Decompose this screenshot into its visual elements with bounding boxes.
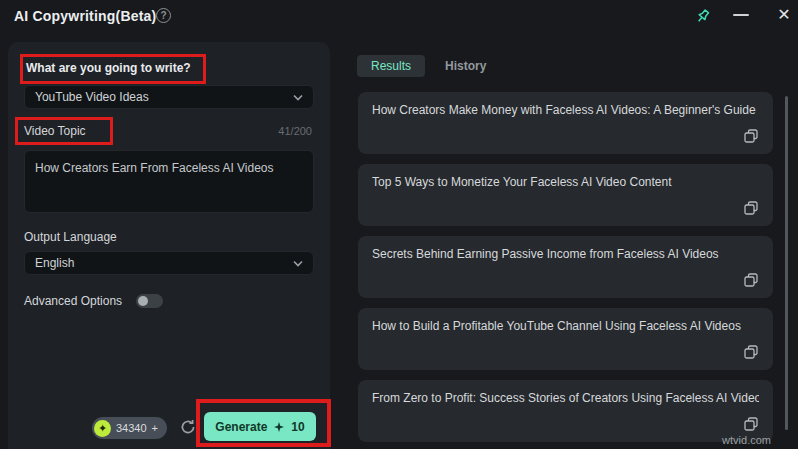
copy-icon[interactable] [743, 128, 759, 144]
result-card[interactable]: Top 5 Ways to Monetize Your Faceless AI … [358, 164, 773, 226]
credits-badge[interactable]: ✦ 34340 + [92, 417, 167, 439]
language-label: Output Language [24, 230, 117, 244]
results-list: How Creators Make Money with Faceless AI… [358, 92, 773, 449]
ai-copywriting-window: AI Copywriting(Beta) ? ✕ What are you go… [0, 0, 798, 449]
chevron-down-icon [293, 260, 303, 267]
pin-icon[interactable] [694, 7, 712, 25]
copy-icon[interactable] [743, 272, 759, 288]
topic-counter: 41/200 [278, 125, 312, 137]
coin-icon: ✦ [94, 420, 111, 437]
window-title: AI Copywriting(Beta) [14, 8, 156, 24]
credits-value: 34340 [116, 422, 147, 434]
copy-icon[interactable] [743, 200, 759, 216]
close-icon[interactable]: ✕ [773, 4, 795, 26]
add-credits-plus[interactable]: + [152, 422, 158, 434]
results-tabs: Results History [357, 55, 488, 77]
result-title: How to Build a Profitable YouTube Channe… [372, 319, 759, 333]
topic-label: Video Topic [24, 124, 86, 138]
copy-icon[interactable] [743, 416, 759, 432]
write-type-dropdown[interactable]: YouTube Video Ideas [24, 85, 314, 109]
result-card[interactable]: Secrets Behind Earning Passive Income fr… [358, 236, 773, 298]
results-scrollbar[interactable] [785, 96, 788, 430]
result-card[interactable]: How Creators Make Money with Faceless AI… [358, 92, 773, 154]
advanced-options-toggle[interactable] [136, 294, 163, 308]
generate-cost: 10 [291, 420, 304, 434]
result-title: From Zero to Profit: Success Stories of … [372, 391, 759, 405]
minimize-icon[interactable] [733, 14, 749, 16]
language-value: English [35, 256, 74, 270]
generate-button[interactable]: Generate 10 [204, 412, 316, 441]
write-type-value: YouTube Video Ideas [35, 90, 149, 104]
result-title: Top 5 Ways to Monetize Your Faceless AI … [372, 175, 759, 189]
result-card[interactable]: From Zero to Profit: Success Stories of … [358, 380, 773, 442]
copy-icon[interactable] [743, 344, 759, 360]
topic-input[interactable]: How Creators Earn From Faceless AI Video… [24, 150, 314, 213]
sparkle-icon [273, 421, 285, 433]
language-dropdown[interactable]: English [24, 251, 314, 275]
advanced-options-label: Advanced Options [24, 294, 122, 308]
form-panel: What are you going to write? YouTube Vid… [8, 42, 330, 449]
generate-label: Generate [215, 420, 267, 434]
chevron-down-icon [293, 94, 303, 101]
title-bar: AI Copywriting(Beta) ? ✕ [0, 0, 798, 34]
result-title: How Creators Make Money with Faceless AI… [372, 103, 759, 117]
toggle-knob [138, 296, 148, 306]
write-type-label: What are you going to write? [26, 61, 191, 75]
help-icon[interactable]: ? [156, 8, 171, 23]
refresh-icon[interactable] [180, 419, 197, 436]
result-card[interactable]: How to Build a Profitable YouTube Channe… [358, 308, 773, 370]
tab-results[interactable]: Results [357, 55, 425, 77]
result-title: Secrets Behind Earning Passive Income fr… [372, 247, 759, 261]
tab-history[interactable]: History [443, 55, 488, 77]
watermark: wtvid.com [722, 434, 771, 446]
